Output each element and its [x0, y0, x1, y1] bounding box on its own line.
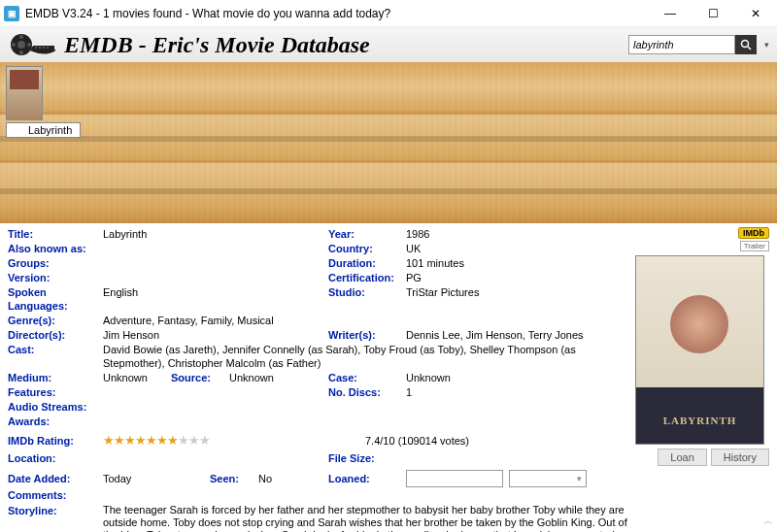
- svg-point-2: [19, 35, 23, 39]
- value-medium: Unknown: [103, 371, 171, 384]
- label-genres: Genre(s):: [8, 314, 103, 327]
- label-aka: Also known as:: [8, 242, 103, 255]
- label-case: Case:: [328, 371, 406, 384]
- loan-button[interactable]: Loan: [658, 449, 706, 466]
- search-input[interactable]: [628, 35, 735, 54]
- value-seen: No: [258, 472, 272, 485]
- window-title: EMDB V3.24 - 1 movies found - What movie…: [25, 7, 649, 20]
- label-source: Source:: [171, 371, 229, 384]
- label-year: Year:: [328, 227, 406, 241]
- label-groups: Groups:: [8, 256, 103, 270]
- value-genres: Adventure, Fantasy, Family, Musical: [103, 314, 274, 327]
- label-title: Title:: [8, 227, 103, 241]
- svg-rect-10: [47, 47, 49, 49]
- svg-point-4: [12, 43, 16, 47]
- label-version: Version:: [8, 271, 103, 284]
- svg-rect-8: [39, 47, 41, 49]
- search-icon: [740, 39, 752, 50]
- value-writers: Dennis Lee, Jim Henson, Terry Jones: [406, 328, 584, 342]
- svg-point-5: [27, 43, 31, 47]
- value-discs: 1: [406, 385, 412, 399]
- window-titlebar: ▣ EMDB V3.24 - 1 movies found - What mov…: [0, 0, 777, 27]
- value-title: Labyrinth: [103, 227, 147, 241]
- svg-rect-9: [43, 47, 45, 49]
- label-directors: Director(s):: [8, 328, 103, 342]
- film-reel-icon: [8, 31, 56, 58]
- value-year: 1986: [406, 227, 429, 241]
- value-country: UK: [406, 242, 421, 255]
- value-date-added: Today: [103, 472, 210, 485]
- label-imdb-rating: IMDb Rating:: [8, 434, 103, 448]
- label-storyline: Storyline:: [8, 504, 103, 532]
- value-source: Unknown: [229, 371, 274, 384]
- loaned-to-input[interactable]: [406, 470, 503, 487]
- value-case: Unknown: [406, 371, 451, 384]
- label-duration: Duration:: [328, 256, 406, 270]
- label-certification: Certification:: [328, 271, 406, 284]
- loaned-select[interactable]: [509, 470, 587, 487]
- star-rating: ★★★★★★★★★★: [103, 434, 210, 448]
- value-rating: 7.4/10 (109014 votes): [365, 434, 469, 448]
- value-studio: TriStar Pictures: [406, 285, 479, 299]
- value-spoken: English: [103, 285, 138, 313]
- app-header: EMDB - Eric's Movie Database ▾: [0, 27, 777, 62]
- search-button[interactable]: [735, 35, 757, 54]
- movie-thumbnail[interactable]: [6, 66, 43, 120]
- label-writers: Writer(s):: [328, 328, 406, 342]
- label-studio: Studio:: [328, 285, 406, 299]
- app-title: EMDB - Eric's Movie Database: [64, 32, 628, 58]
- label-filesize: File Size:: [328, 451, 406, 465]
- maximize-button[interactable]: ☐: [692, 0, 734, 26]
- label-date-added: Date Added:: [8, 472, 103, 485]
- scroll-up-icon[interactable]: ︿: [763, 515, 773, 528]
- label-medium: Medium:: [8, 371, 103, 384]
- value-certification: PG: [406, 271, 422, 284]
- label-discs: No. Discs:: [328, 385, 406, 399]
- label-audio: Audio Streams:: [8, 400, 103, 414]
- svg-point-11: [742, 41, 749, 48]
- label-spoken: Spoken Languages:: [8, 285, 103, 313]
- label-loaned: Loaned:: [328, 472, 406, 485]
- label-seen: Seen:: [210, 472, 258, 485]
- svg-line-12: [748, 47, 751, 50]
- label-country: Country:: [328, 242, 406, 255]
- movie-thumbnail-label[interactable]: Labyrinth: [6, 122, 81, 138]
- close-button[interactable]: ✕: [734, 0, 777, 26]
- value-storyline: The teenager Sarah is forced by her fath…: [103, 504, 627, 532]
- movie-shelf: Labyrinth: [0, 62, 777, 223]
- label-location: Location:: [8, 451, 103, 465]
- value-duration: 101 minutes: [406, 256, 464, 270]
- search-options-dropdown[interactable]: ▾: [764, 40, 769, 50]
- details-panel: Title:Labyrinth Also known as: Groups: V…: [0, 223, 777, 532]
- trailer-badge[interactable]: Trailer: [740, 241, 769, 251]
- svg-point-3: [19, 50, 23, 54]
- imdb-badge[interactable]: IMDb: [738, 227, 769, 239]
- movie-poster[interactable]: [635, 255, 764, 445]
- app-icon: ▣: [4, 6, 19, 21]
- svg-point-1: [17, 41, 25, 49]
- value-directors: Jim Henson: [103, 328, 159, 342]
- value-cast: David Bowie (as Jareth), Jennifer Connel…: [103, 343, 627, 370]
- label-cast: Cast:: [8, 343, 103, 370]
- label-features: Features:: [8, 385, 103, 399]
- label-comments: Comments:: [8, 488, 103, 502]
- minimize-button[interactable]: —: [649, 0, 692, 26]
- label-awards: Awards:: [8, 415, 103, 428]
- svg-rect-7: [35, 47, 37, 49]
- history-button[interactable]: History: [711, 449, 769, 466]
